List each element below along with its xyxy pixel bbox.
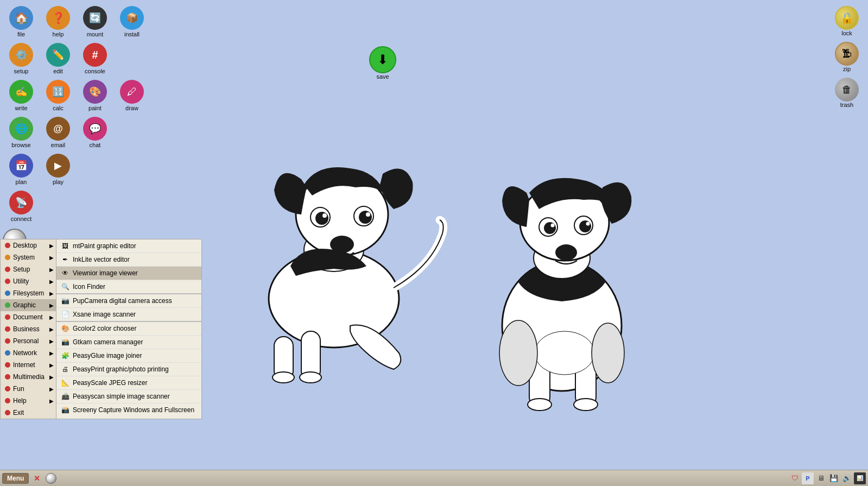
peasyprint-icon: 🖨 — [61, 365, 69, 374]
menu-right-item-pupcamera[interactable]: 📷 PupCamera digital camera access — [56, 294, 201, 308]
menu-right-item-mtpaint[interactable]: 🖼 mtPaint graphic editor — [56, 239, 201, 253]
svg-point-26 — [528, 399, 552, 411]
desktop-icon-calc[interactable]: 🔢 calc — [40, 77, 77, 113]
taskbar: Menu ✕ 🛡 P 🖥 💾 🔊 📊 — [0, 470, 868, 486]
menu-item-filesystem[interactable]: Filesystem ▶ — [1, 287, 56, 299]
menu-item-personal[interactable]: Personal ▶ — [1, 335, 56, 347]
desktop-icon-edit[interactable]: ✏️ edit — [40, 40, 77, 77]
svg-point-12 — [300, 372, 321, 383]
svg-point-23 — [555, 244, 577, 261]
desktop-icon-play[interactable]: ▶ play — [40, 150, 77, 187]
desktop-icon-chat[interactable]: 💬 chat — [77, 113, 113, 150]
svg-point-21 — [550, 224, 554, 228]
menu-item-utility[interactable]: Utility ▶ — [1, 275, 56, 287]
peasyscale-icon: 📐 — [61, 378, 69, 387]
desktop-icon-mount[interactable]: 🔄 mount — [77, 3, 113, 40]
svg-point-5 — [315, 212, 328, 225]
desktop-icon-lock[interactable]: 🔒 lock — [828, 3, 865, 39]
desktop-icon-write[interactable]: ✍ write — [3, 77, 40, 113]
svg-point-19 — [544, 222, 556, 234]
xsane-icon: 📄 — [61, 310, 69, 319]
shield-tray-icon[interactable]: 🛡 — [789, 472, 801, 484]
menu-item-setup[interactable]: Setup ▶ — [1, 263, 56, 275]
svg-point-6 — [359, 211, 372, 224]
volume-tray-icon[interactable]: 🔊 — [841, 472, 853, 484]
desktop-icons-left: 🏠 file ❓ help 🔄 mount 📦 install ⚙️ setup… — [0, 0, 153, 255]
menu-button[interactable]: Menu — [2, 473, 29, 484]
display-tray-icon[interactable]: 🖥 — [815, 472, 827, 484]
desktop-icon-plan[interactable]: 📅 plan — [3, 150, 40, 187]
menu-item-multimedia[interactable]: Multimedia ▶ — [1, 371, 56, 383]
menu-item-internet[interactable]: Internet ▶ — [1, 359, 56, 371]
menu-item-desktop[interactable]: Desktop ▶ — [1, 239, 56, 251]
svg-point-22 — [586, 222, 590, 226]
inklite-icon: ✒ — [61, 255, 69, 264]
p-tray-icon[interactable]: P — [802, 472, 814, 484]
svg-point-8 — [366, 212, 370, 217]
menu-right-item-peasyscale[interactable]: 📐 PeasyScale JPEG resizer — [56, 376, 201, 390]
desktop-icon-draw[interactable]: 🖊 draw — [113, 77, 150, 113]
lock-icon: 🔒 — [835, 6, 859, 30]
gtkam-icon: 📸 — [61, 338, 69, 346]
menu-item-document[interactable]: Document ▶ — [1, 311, 56, 323]
save-button-top[interactable]: ⬇ save — [369, 46, 396, 80]
menu-item-fun[interactable]: Fun ▶ — [1, 383, 56, 395]
menu-right-item-viewnior[interactable]: 👁 Viewnior image viewer — [56, 267, 201, 280]
svg-point-27 — [574, 399, 598, 411]
svg-point-28 — [535, 331, 594, 375]
desktop-icon-browse[interactable]: 🌐 browse — [3, 113, 40, 150]
monitor-tray-icon[interactable]: 📊 — [854, 472, 866, 484]
menu-item-network[interactable]: Network ▶ — [1, 347, 56, 359]
desktop-icon-help[interactable]: ❓ help — [40, 3, 77, 40]
taskbar-puppy-icon[interactable] — [45, 472, 57, 484]
svg-point-7 — [322, 213, 327, 218]
menu-item-graphic[interactable]: Graphic ▶ — [1, 299, 56, 311]
peasyglue-icon: 🧩 — [61, 351, 69, 360]
trash-icon: 🗑 — [835, 78, 859, 102]
menu-right-item-iconfinder[interactable]: 🔍 Icon Finder — [56, 280, 201, 294]
menu-right-item-gcolor2[interactable]: 🎨 Gcolor2 color chooser — [56, 322, 201, 336]
menu-item-help[interactable]: Help ▶ — [1, 395, 56, 407]
menu-right-item-gtkam[interactable]: 📸 Gtkam camera manager — [56, 336, 201, 349]
menu-right-item-peasyglue[interactable]: 🧩 PeasyGlue image joiner — [56, 349, 201, 363]
menu-right-item-peasyprint[interactable]: 🖨 PeasyPrint graphic/photo printing — [56, 363, 201, 376]
svg-point-29 — [499, 320, 537, 386]
desktop-icon-setup[interactable]: ⚙️ setup — [3, 40, 40, 77]
pupcamera-icon: 📷 — [61, 296, 69, 305]
desktop-icon-paint[interactable]: 🎨 paint — [77, 77, 113, 113]
desktop-icon-console[interactable]: # console — [77, 40, 113, 77]
desktop-icons-right: 🔒 lock 🗜 zip 🗑 trash — [826, 0, 868, 113]
svg-point-30 — [592, 323, 624, 383]
menu-item-business[interactable]: Business ▶ — [1, 323, 56, 335]
menu-right-item-screeny[interactable]: 📸 Screeny Capture Windows and Fullscreen — [56, 403, 201, 416]
iconfinder-icon: 🔍 — [61, 282, 69, 291]
desktop-icon-install[interactable]: 📦 install — [113, 3, 150, 40]
desktop-icon-trash[interactable]: 🗑 trash — [828, 74, 865, 110]
desktop-icon-file[interactable]: 🏠 file — [3, 3, 40, 40]
zip-icon: 🗜 — [835, 42, 859, 66]
peasyscan-icon: 📠 — [61, 392, 69, 401]
gcolor2-icon: 🎨 — [61, 324, 69, 333]
desktop-icon-zip[interactable]: 🗜 zip — [828, 39, 865, 74]
context-menu-left: Desktop ▶ System ▶ Setup ▶ Utility ▶ Fil… — [0, 239, 56, 419]
menu-right-item-peasyscan[interactable]: 📠 Peasyscan simple image scanner — [56, 390, 201, 403]
storage-tray-icon[interactable]: 💾 — [828, 472, 840, 484]
mtpaint-icon: 🖼 — [61, 242, 69, 250]
menu-right-item-xsane[interactable]: 📄 Xsane image scanner — [56, 308, 201, 322]
context-menu: Desktop ▶ System ▶ Setup ▶ Utility ▶ Fil… — [0, 239, 202, 419]
context-menu-right: 🖼 mtPaint graphic editor ✒ InkLite vecto… — [56, 239, 202, 419]
menu-right-item-inklite[interactable]: ✒ InkLite vector editor — [56, 253, 201, 267]
svg-point-13 — [273, 372, 294, 383]
screeny-icon: 📸 — [61, 406, 69, 414]
menu-item-exit[interactable]: Exit — [1, 407, 56, 419]
viewnior-icon: 👁 — [61, 269, 69, 277]
taskbar-x-icon[interactable]: ✕ — [31, 472, 43, 484]
taskbar-tray: 🛡 P 🖥 💾 🔊 📊 — [789, 472, 866, 484]
save-icon: ⬇ — [369, 46, 396, 73]
svg-point-20 — [579, 220, 591, 232]
menu-item-system[interactable]: System ▶ — [1, 251, 56, 263]
desktop-icon-connect[interactable]: 📡 connect — [3, 187, 40, 224]
desktop-icon-email[interactable]: @ email — [40, 113, 77, 150]
